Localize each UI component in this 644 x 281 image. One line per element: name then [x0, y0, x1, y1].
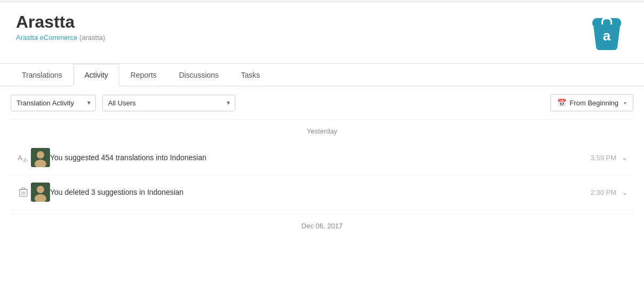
date-filter-label: From Beginning [569, 99, 618, 107]
date-filter-chevron: ▾ [624, 100, 626, 106]
svg-point-15 [37, 186, 44, 193]
activity-icon-trash [16, 187, 31, 197]
activity-item-1: A あ You suggested 454 translations into … [11, 140, 633, 175]
activity-time-1: 3:59 PM [591, 154, 616, 162]
activity-item-2: You deleted 3 suggestions in Indonesian … [11, 175, 633, 210]
activity-text-2: You deleted 3 suggestions in Indonesian [50, 188, 591, 196]
logo-wrapper: a [585, 13, 628, 55]
tab-translations[interactable]: Translations [11, 64, 73, 86]
activity-list: A あ You suggested 454 translations into … [0, 140, 644, 210]
tab-reports[interactable]: Reports [119, 64, 168, 86]
activity-text-1: You suggested 454 translations into Indo… [50, 153, 591, 162]
subtitle-extra: (arastta) [79, 34, 105, 42]
expand-icon-2[interactable]: ⌄ [622, 188, 628, 196]
calendar-icon: 📅 [557, 98, 566, 107]
filters-left: Translation Activity All Activity All Us… [11, 95, 235, 111]
activity-avatar-1 [31, 148, 50, 167]
date-filter[interactable]: 📅 From Beginning ▾ [550, 94, 633, 111]
header-left: Arastta Arastta eCommerce (arastta) [16, 13, 105, 42]
tabs-bar: Translations Activity Reports Discussion… [0, 63, 644, 86]
avatar-img-1 [31, 148, 50, 167]
svg-text:あ: あ [23, 157, 28, 162]
activity-icon-translate: A あ [16, 153, 31, 162]
tab-discussions[interactable]: Discussions [168, 64, 230, 86]
tab-activity[interactable]: Activity [73, 64, 119, 86]
date-label-yesterday: Yesterday [0, 120, 644, 140]
app-logo: a [585, 13, 628, 55]
subtitle-link[interactable]: Arastta eCommerce [16, 34, 78, 42]
users-select-wrapper: All Users Specific User [102, 95, 235, 111]
activity-type-select[interactable]: Translation Activity All Activity [11, 95, 96, 111]
expand-icon-1[interactable]: ⌄ [622, 153, 628, 162]
header: Arastta Arastta eCommerce (arastta) a [0, 2, 644, 63]
avatar-img-2 [31, 183, 50, 202]
svg-text:A: A [18, 154, 23, 162]
app-name: Arastta [16, 13, 105, 31]
activity-time-2: 2:30 PM [591, 188, 616, 196]
app-subtitle: Arastta eCommerce (arastta) [16, 34, 105, 42]
activity-type-select-wrapper: Translation Activity All Activity [11, 95, 96, 111]
svg-point-4 [37, 151, 44, 159]
svg-text:a: a [603, 28, 611, 44]
users-select[interactable]: All Users Specific User [102, 95, 235, 111]
filters-bar: Translation Activity All Activity All Us… [0, 86, 644, 119]
activity-avatar-2 [31, 183, 50, 202]
tab-tasks[interactable]: Tasks [230, 64, 271, 86]
date-label-dec06: Dec 06, 2017 [0, 214, 644, 235]
